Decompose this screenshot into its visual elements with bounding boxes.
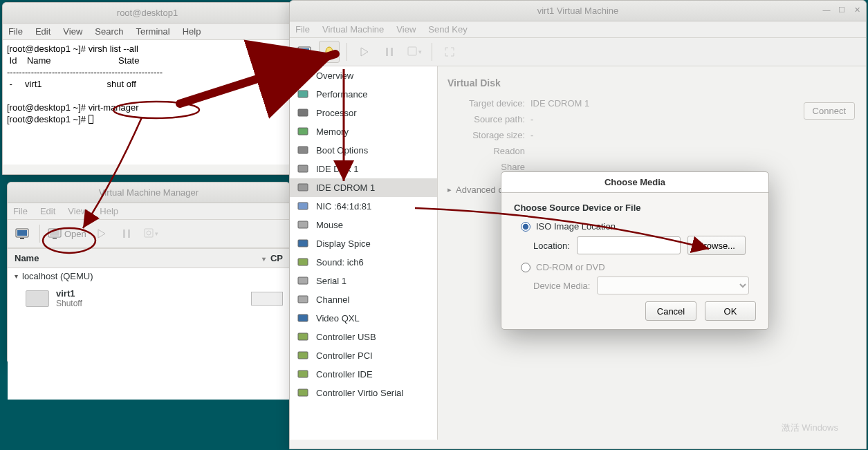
menu-view[interactable]: View [396, 24, 416, 35]
vm-toolbar: ▾ [290, 38, 866, 66]
shutdown-button[interactable]: ▾ [404, 41, 425, 63]
dialog-titlebar[interactable]: Choose Media [501, 172, 768, 193]
menu-search[interactable]: Search [95, 26, 123, 37]
hw-label: IDE CDROM 1 [316, 182, 375, 193]
device-icon [297, 200, 309, 213]
hw-item-display-spice[interactable]: Display Spice [290, 234, 437, 253]
vm-titlebar[interactable]: virt1 Virtual Machine — ☐ ✕ [290, 1, 866, 21]
hw-label: Display Spice [316, 238, 371, 249]
menu-view[interactable]: View [68, 206, 87, 216]
menu-send-key[interactable]: Send Key [428, 24, 467, 35]
hw-item-processor[interactable]: Processor [290, 104, 437, 122]
svg-marker-16 [361, 48, 368, 56]
menu-help[interactable]: Help [183, 26, 201, 37]
hw-item-boot-options[interactable]: Boot Options [290, 141, 437, 160]
term-line: [root@desktop1 ~]# virsh list --all [7, 44, 138, 54]
hw-item-ide-cdrom-1[interactable]: IDE CDROM 1 [290, 178, 437, 197]
hw-item-memory[interactable]: Memory [290, 122, 437, 141]
terminal-output[interactable]: [root@desktop1 ~]# virsh list --all Id N… [3, 40, 292, 165]
browse-button[interactable]: Browse... [687, 236, 746, 255]
hardware-list[interactable]: OverviewPerformanceProcessorMemoryBoot O… [290, 66, 438, 440]
pause-button[interactable] [116, 223, 137, 245]
new-vm-button[interactable] [12, 223, 33, 245]
menu-view[interactable]: View [63, 26, 82, 37]
location-input[interactable] [577, 236, 681, 254]
open-console-button[interactable]: Open [47, 223, 87, 245]
choose-media-dialog: Choose Media Choose Source Device or Fil… [501, 171, 769, 330]
vmm-toolbar: Open ▾ [8, 220, 290, 248]
col-cpu[interactable]: CP [270, 253, 283, 263]
run-button[interactable] [354, 41, 375, 63]
shutdown-button[interactable]: ▾ [141, 223, 162, 245]
connection-row[interactable]: ▾ localhost (QEMU) [8, 268, 290, 284]
cdrom-radio[interactable] [521, 263, 530, 272]
hw-item-sound-ich6[interactable]: Sound: ich6 [290, 253, 437, 272]
maximize-icon[interactable]: ☐ [837, 5, 847, 15]
menu-file[interactable]: File [13, 206, 28, 216]
device-icon [297, 368, 309, 381]
terminal-titlebar[interactable]: root@desktop1 [3, 3, 292, 24]
device-media-label: Device Media: [533, 281, 590, 291]
menu-edit[interactable]: Edit [40, 206, 55, 216]
connect-button[interactable]: Connect [804, 102, 855, 120]
cancel-button[interactable]: Cancel [645, 301, 696, 321]
iso-radio[interactable] [521, 222, 530, 232]
menu-terminal[interactable]: Terminal [136, 26, 170, 37]
separator [432, 43, 432, 61]
device-media-select[interactable] [597, 276, 749, 294]
fullscreen-button[interactable] [439, 41, 460, 63]
pause-button[interactable] [379, 41, 400, 63]
terminal-window: root@desktop1 File Edit View Search Term… [2, 2, 293, 175]
device-icon [297, 219, 309, 232]
svg-rect-23 [298, 128, 308, 135]
svg-rect-29 [298, 240, 308, 247]
hw-item-mouse[interactable]: Mouse [290, 216, 437, 234]
svg-rect-35 [298, 352, 308, 359]
device-icon [297, 144, 309, 157]
term-line: - virt1 shut off [7, 79, 136, 89]
close-icon[interactable]: ✕ [852, 5, 862, 15]
menu-virtual-machine[interactable]: Virtual Machine [322, 24, 384, 35]
vmm-titlebar[interactable]: Virtual Machine Manager [8, 182, 290, 203]
hw-item-nic-64-1d-81[interactable]: NIC :64:1d:81 [290, 197, 437, 216]
device-icon [297, 238, 309, 250]
vm-row-virt1[interactable]: virt1 Shutoff [8, 284, 290, 313]
hw-label: Memory [316, 126, 349, 137]
hw-item-controller-usb[interactable]: Controller USB [290, 328, 437, 346]
svg-rect-36 [298, 371, 308, 377]
svg-rect-34 [298, 333, 308, 340]
details-view-button[interactable] [319, 41, 340, 63]
term-line: Id Name State [7, 55, 139, 66]
hw-item-channel[interactable]: Channel [290, 290, 437, 309]
svg-rect-1 [17, 230, 27, 236]
svg-rect-18 [391, 48, 393, 56]
svg-rect-7 [123, 229, 125, 238]
svg-rect-12 [299, 48, 309, 54]
hw-item-controller-pci[interactable]: Controller PCI [290, 346, 437, 365]
chevron-right-icon: ▸ [447, 185, 452, 194]
minimize-icon[interactable]: — [822, 5, 831, 15]
storage-size-label: Storage size: [447, 130, 525, 140]
ok-button[interactable]: OK [705, 301, 756, 321]
shareable-label: Share [447, 162, 525, 172]
expand-icon[interactable]: ▾ [15, 272, 18, 280]
run-button[interactable] [91, 223, 112, 245]
separator [39, 225, 40, 243]
menu-file[interactable]: File [8, 26, 23, 37]
menu-edit[interactable]: Edit [35, 26, 50, 37]
cpu-graph [251, 292, 283, 306]
hw-item-video-qxl[interactable]: Video QXL [290, 309, 437, 328]
menu-help[interactable]: Help [100, 206, 118, 216]
menu-file[interactable]: File [295, 24, 310, 35]
hw-label: Controller Virtio Serial [316, 388, 403, 398]
hw-item-ide-disk-1[interactable]: IDE Disk 1 [290, 160, 437, 178]
hw-item-controller-virtio-serial[interactable]: Controller Virtio Serial [290, 384, 437, 402]
console-view-button[interactable] [294, 41, 315, 63]
svg-rect-20 [298, 72, 308, 79]
hw-item-performance[interactable]: Performance [290, 85, 437, 104]
hw-label: Controller IDE [316, 369, 373, 379]
hw-item-overview[interactable]: Overview [290, 66, 437, 85]
col-name[interactable]: Name [15, 253, 39, 263]
hw-item-controller-ide[interactable]: Controller IDE [290, 365, 437, 384]
hw-item-serial-1[interactable]: Serial 1 [290, 272, 437, 290]
